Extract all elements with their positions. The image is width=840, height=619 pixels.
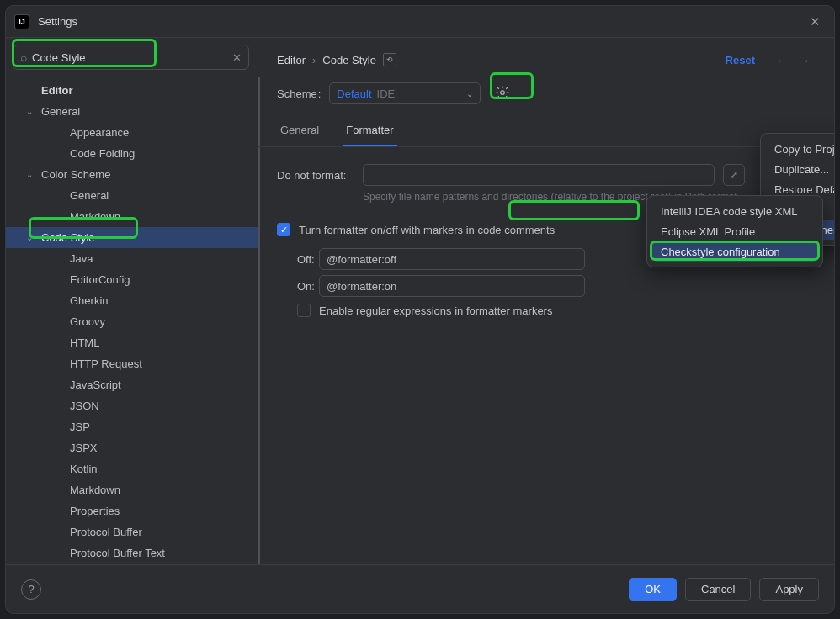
tree-item-general[interactable]: General bbox=[6, 101, 258, 122]
on-input[interactable]: @formatter:on bbox=[319, 275, 585, 297]
tree-item-color-scheme[interactable]: Color Scheme bbox=[6, 164, 258, 185]
tree-item-editor[interactable]: Editor bbox=[6, 80, 258, 101]
tree-item-java[interactable]: Java bbox=[6, 248, 258, 269]
scheme-value: Default bbox=[337, 87, 371, 100]
do-not-format-label: Do not format: bbox=[277, 169, 354, 182]
nav-forward-icon[interactable]: → bbox=[793, 50, 816, 71]
chevron-down-icon: ⌄ bbox=[466, 89, 473, 98]
chevron-icon bbox=[26, 107, 33, 116]
tree-item-jspx[interactable]: JSPX bbox=[6, 437, 258, 458]
off-input[interactable]: @formatter:off bbox=[319, 248, 585, 270]
scheme-label: Scheme bbox=[277, 87, 321, 100]
tabs: General Formatter bbox=[258, 117, 834, 147]
cancel-button[interactable]: Cancel bbox=[685, 578, 751, 601]
app-icon: IJ bbox=[14, 14, 29, 29]
tree-item-http-request[interactable]: HTTP Request bbox=[6, 353, 258, 374]
breadcrumb-editor[interactable]: Editor bbox=[277, 54, 306, 66]
nav-back-icon[interactable]: ← bbox=[770, 50, 793, 71]
tree-item-html[interactable]: HTML bbox=[6, 332, 258, 353]
expand-input-button[interactable]: ⤢ bbox=[723, 164, 745, 186]
tree-item-properties[interactable]: Properties bbox=[6, 500, 258, 521]
help-button[interactable]: ? bbox=[21, 579, 41, 600]
menu-copy-to-project[interactable]: Copy to Project... bbox=[766, 139, 834, 159]
tree-item-code-folding[interactable]: Code Folding bbox=[6, 143, 258, 164]
scheme-actions-button[interactable] bbox=[489, 82, 516, 105]
scheme-select[interactable]: Default IDE ⌄ bbox=[329, 82, 481, 104]
tree-item-general[interactable]: General bbox=[6, 185, 258, 206]
turn-onoff-label: Turn formatter on/off with markers in co… bbox=[299, 224, 555, 236]
do-not-format-input[interactable] bbox=[363, 164, 715, 186]
ok-button[interactable]: OK bbox=[629, 578, 677, 601]
chevron-right-icon: › bbox=[312, 54, 316, 66]
svg-point-0 bbox=[501, 90, 505, 94]
chevron-icon bbox=[26, 233, 33, 242]
tree-item-code-style[interactable]: Code Style bbox=[6, 227, 258, 248]
on-label: On: bbox=[277, 280, 311, 293]
reset-button[interactable]: Reset bbox=[726, 54, 755, 66]
import-scheme-menu: IntelliJ IDEA code style XML Eclipse XML… bbox=[646, 195, 823, 267]
tab-general[interactable]: General bbox=[277, 117, 322, 146]
menu-import-eclipse[interactable]: Eclipse XML Profile bbox=[652, 221, 817, 241]
tree-item-javascript[interactable]: JavaScript bbox=[6, 374, 258, 395]
clear-icon[interactable]: ✕ bbox=[232, 51, 242, 64]
menu-import-checkstyle[interactable]: Checkstyle configuration bbox=[652, 241, 817, 262]
gear-icon bbox=[495, 85, 510, 103]
close-icon[interactable]: ✕ bbox=[805, 11, 826, 33]
tree-item-markdown[interactable]: Markdown bbox=[6, 206, 258, 227]
regex-label: Enable regular expressions in formatter … bbox=[319, 304, 552, 317]
tree-item-json[interactable]: JSON bbox=[6, 395, 258, 416]
search-field[interactable] bbox=[32, 51, 232, 64]
breadcrumb: Editor › Code Style ⟲ bbox=[277, 53, 396, 66]
expand-icon: ⤢ bbox=[725, 166, 743, 184]
menu-import-intellij[interactable]: IntelliJ IDEA code style XML bbox=[652, 201, 817, 221]
tree-item-appearance[interactable]: Appearance bbox=[6, 122, 258, 143]
tree-item-markdown[interactable]: Markdown bbox=[6, 479, 258, 500]
regex-checkbox[interactable] bbox=[297, 304, 311, 317]
chevron-icon bbox=[26, 170, 33, 179]
window-title: Settings bbox=[38, 15, 77, 28]
search-icon: ⌕ bbox=[20, 50, 27, 64]
titlebar: IJ Settings ✕ bbox=[6, 6, 834, 38]
tree-item-editorconfig[interactable]: EditorConfig bbox=[6, 269, 258, 290]
tree-item-protocol-buffer-text[interactable]: Protocol Buffer Text bbox=[6, 542, 258, 563]
apply-button[interactable]: Apply bbox=[759, 578, 819, 601]
tree-item-kotlin[interactable]: Kotlin bbox=[6, 458, 258, 479]
off-label: Off: bbox=[277, 253, 311, 266]
search-input[interactable]: ⌕ ✕ bbox=[13, 45, 249, 70]
tree-item-jsp[interactable]: JSP bbox=[6, 416, 258, 437]
menu-duplicate[interactable]: Duplicate... bbox=[766, 159, 834, 179]
tab-formatter[interactable]: Formatter bbox=[343, 117, 396, 146]
tree-item-protocol-buffer[interactable]: Protocol Buffer bbox=[6, 521, 258, 542]
turn-onoff-checkbox[interactable]: ✓ bbox=[277, 223, 290, 236]
tree-item-groovy[interactable]: Groovy bbox=[6, 311, 258, 332]
breadcrumb-codestyle: Code Style bbox=[322, 54, 376, 66]
settings-tree[interactable]: EditorGeneralAppearanceCode FoldingColor… bbox=[6, 77, 260, 564]
revert-icon[interactable]: ⟲ bbox=[383, 53, 396, 66]
scheme-scope: IDE bbox=[377, 87, 396, 100]
tree-item-gherkin[interactable]: Gherkin bbox=[6, 290, 258, 311]
